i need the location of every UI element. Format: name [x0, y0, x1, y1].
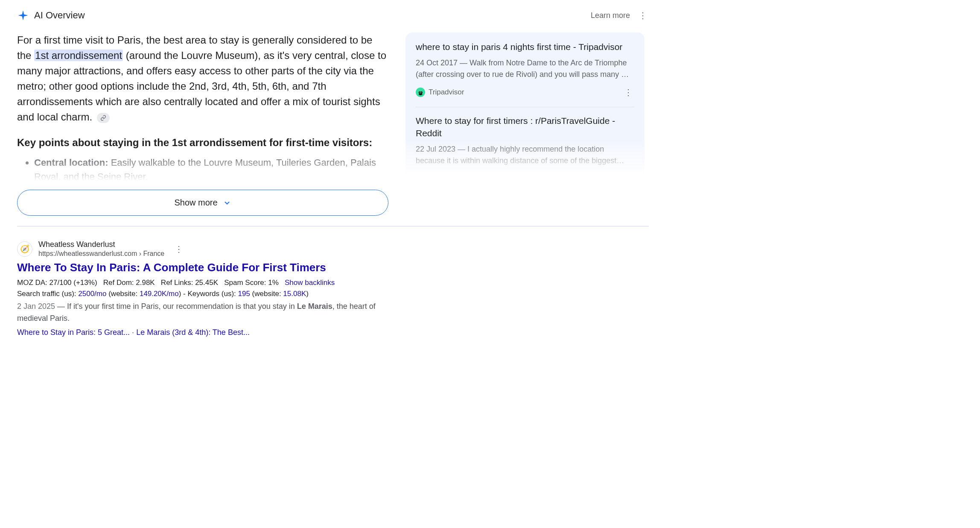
key-point-label: Central location: — [34, 157, 108, 168]
citation-link-chip[interactable] — [97, 113, 110, 123]
site-keywords-link[interactable]: 15.08K — [283, 290, 306, 298]
card-source-name: Reddit · r/ParisTravelGuide — [429, 174, 516, 178]
sparkle-icon — [17, 9, 29, 21]
key-point-item: Central location: Easily walkable to the… — [34, 155, 388, 181]
search-traffic-link[interactable]: 2500/mo — [78, 290, 106, 298]
keywords-link[interactable]: 195 — [238, 290, 250, 298]
site-traffic-link[interactable]: 149.20K/mo — [140, 290, 179, 298]
card-title: Where to stay for first timers : r/Paris… — [416, 115, 634, 139]
citation-card[interactable]: where to stay in paris 4 nights first ti… — [416, 41, 634, 107]
card-snippet: 24 Oct 2017 — Walk from Notre Dame to th… — [416, 57, 634, 80]
result-sublinks: Where to Stay in Paris: 5 Great... · Le … — [17, 328, 388, 337]
result-url: https://wheatlesswanderlust.com › France — [38, 250, 164, 258]
card-source-name: Tripadvisor — [429, 88, 464, 97]
reddit-favicon: r — [416, 174, 425, 178]
card-footer: ൠ Tripadvisor ⋮ — [416, 85, 634, 99]
search-result: 🧭 Wheatless Wanderlust https://wheatless… — [17, 240, 388, 337]
ai-overview-header: AI Overview Learn more ⋮ — [17, 9, 649, 22]
overview-highlight: 1st arrondissement — [34, 50, 123, 61]
card-source: r Reddit · r/ParisTravelGuide — [416, 174, 516, 178]
tripadvisor-favicon: ൠ — [416, 88, 425, 97]
sublink-2[interactable]: Le Marais (3rd & 4th): The Best... — [136, 328, 250, 337]
result-menu-icon[interactable]: ⋮ — [173, 242, 185, 256]
result-snippet: 2 Jan 2025 — If it's your first time in … — [17, 301, 388, 325]
learn-more-link[interactable]: Learn more — [591, 11, 630, 20]
result-title-link[interactable]: Where To Stay In Paris: A Complete Guide… — [17, 261, 388, 274]
result-header: 🧭 Wheatless Wanderlust https://wheatless… — [17, 240, 388, 258]
card-menu-icon[interactable]: ⋮ — [622, 172, 634, 178]
ai-overview-title: AI Overview — [34, 10, 85, 21]
card-snippet: 22 Jul 2023 — I actually highly recommen… — [416, 144, 634, 167]
show-backlinks-link[interactable]: Show backlinks — [285, 279, 335, 287]
header-right: Learn more ⋮ — [591, 9, 649, 22]
seo-metrics-line-1: MOZ DA: 27/100 (+13%) Ref Dom: 2.98K Ref… — [17, 279, 388, 287]
show-more-label: Show more — [174, 198, 217, 208]
section-divider — [17, 226, 649, 226]
header-left: AI Overview — [17, 9, 85, 21]
card-title: where to stay in paris 4 nights first ti… — [416, 41, 634, 53]
chevron-down-icon — [223, 199, 231, 207]
header-menu-icon[interactable]: ⋮ — [637, 9, 649, 22]
overview-left-column: For a first time visit to Paris, the bes… — [17, 32, 388, 216]
card-menu-icon[interactable]: ⋮ — [622, 85, 634, 99]
result-site-name: Wheatless Wanderlust — [38, 240, 164, 249]
key-points-list: Central location: Easily walkable to the… — [17, 155, 388, 181]
sublink-1[interactable]: Where to Stay in Paris: 5 Great... — [17, 328, 130, 337]
result-site-info: Wheatless Wanderlust https://wheatlesswa… — [38, 240, 164, 258]
link-icon — [100, 115, 106, 121]
card-source: ൠ Tripadvisor — [416, 88, 464, 97]
card-footer: r Reddit · r/ParisTravelGuide ⋮ — [416, 172, 634, 178]
result-favicon: 🧭 — [17, 241, 32, 257]
show-more-button[interactable]: Show more — [17, 190, 388, 216]
key-points-heading: Key points about staying in the 1st arro… — [17, 137, 388, 149]
seo-metrics-line-2: Search traffic (us): 2500/mo (website: 1… — [17, 290, 388, 298]
key-points-wrap: Central location: Easily walkable to the… — [17, 155, 388, 181]
citation-cards-panel: where to stay in paris 4 nights first ti… — [405, 32, 645, 178]
citation-card[interactable]: Where to stay for first timers : r/Paris… — [416, 115, 634, 178]
overview-text: For a first time visit to Paris, the bes… — [17, 32, 388, 125]
